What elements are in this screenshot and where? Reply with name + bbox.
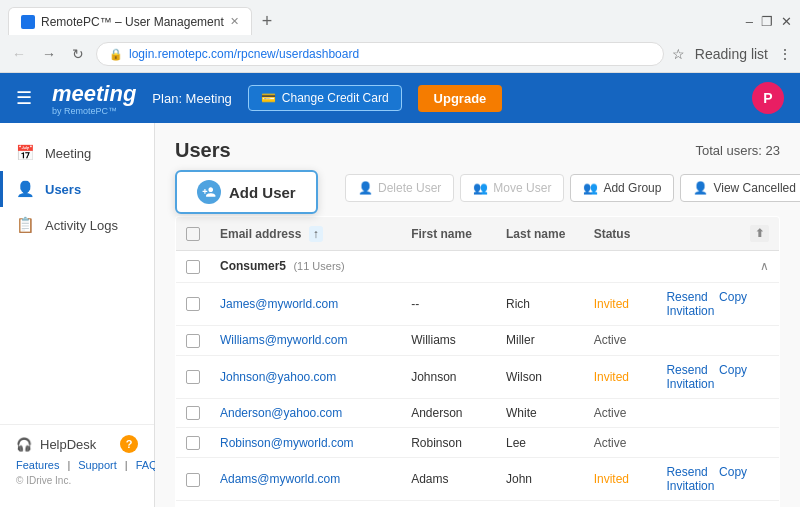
logo-meeting: meeting	[52, 81, 136, 106]
sidebar-users-label: Users	[45, 182, 81, 197]
helpdesk-question[interactable]: ?	[120, 435, 138, 453]
row-check	[176, 282, 211, 325]
resend-link[interactable]: Resend	[666, 465, 707, 479]
group-name-cell: Consumer5 (11 Users)	[210, 251, 656, 283]
tab-close-btn[interactable]: ✕	[230, 15, 239, 28]
forward-btn[interactable]: →	[38, 44, 60, 64]
hamburger-menu[interactable]: ☰	[16, 87, 32, 109]
row-check	[176, 501, 211, 507]
users-table: Email address ↑ First name Last name Sta…	[175, 216, 780, 507]
row-checkbox[interactable]	[186, 436, 200, 450]
lock-icon: 🔒	[109, 48, 123, 61]
star-btn[interactable]: ☆	[672, 46, 685, 62]
resend-link[interactable]: Resend	[666, 363, 707, 377]
upgrade-button[interactable]: Upgrade	[418, 85, 503, 112]
row-first: Johnson	[401, 355, 496, 398]
credit-card-btn[interactable]: 💳 Change Credit Card	[248, 85, 402, 111]
restore-btn[interactable]: ❐	[761, 14, 773, 29]
add-group-icon: 👥	[583, 181, 598, 195]
resend-link[interactable]: Resend	[666, 290, 707, 304]
col-header-last: Last name	[496, 217, 584, 251]
avatar[interactable]: P	[752, 82, 784, 114]
move-user-btn[interactable]: 👥 Move User	[460, 174, 564, 202]
row-first: Alex	[401, 501, 496, 507]
col-header-status: Status	[584, 217, 657, 251]
sort-icon[interactable]: ↑	[309, 226, 323, 242]
main-content: Users Total users: 23 Add User 👤 Delete …	[155, 123, 800, 507]
status-badge: Active	[594, 333, 627, 347]
tab-controls: – ❐ ✕	[746, 14, 792, 29]
sidebar-item-users[interactable]: 👤 Users	[0, 171, 154, 207]
row-checkbox[interactable]	[186, 406, 200, 420]
group-checkbox[interactable]	[186, 260, 200, 274]
support-link[interactable]: Support	[78, 459, 117, 471]
browser-actions: ☆ Reading list ⋮	[672, 46, 792, 62]
table-header-row: Email address ↑ First name Last name Sta…	[176, 217, 780, 251]
reading-list-btn[interactable]: Reading list	[695, 46, 768, 62]
row-first: Adams	[401, 458, 496, 501]
url-text: login.remotepc.com/rpcnew/userdashboard	[129, 47, 359, 61]
table-row: Johnson@yahoo.com Johnson Wilson Invited…	[176, 355, 780, 398]
row-check	[176, 325, 211, 355]
browser-chrome: RemotePC™ – User Management ✕ + – ❐ ✕ ← …	[0, 0, 800, 73]
reload-btn[interactable]: ↻	[68, 44, 88, 64]
row-status: Active	[584, 501, 657, 507]
url-bar[interactable]: 🔒 login.remotepc.com/rpcnew/userdashboar…	[96, 42, 664, 66]
view-cancelled-btn[interactable]: 👤 View Cancelled Users	[680, 174, 800, 202]
add-group-btn[interactable]: 👥 Add Group	[570, 174, 674, 202]
add-user-label: Add User	[229, 184, 296, 201]
credit-card-icon: 💳	[261, 91, 276, 105]
sidebar-bottom: 🎧 HelpDesk ? Features | Support | FAQs ©…	[0, 424, 154, 496]
features-link[interactable]: Features	[16, 459, 59, 471]
col-header-email[interactable]: Email address ↑	[210, 217, 401, 251]
move-user-icon: 👥	[473, 181, 488, 195]
delete-user-btn[interactable]: 👤 Delete User	[345, 174, 454, 202]
active-tab[interactable]: RemotePC™ – User Management ✕	[8, 7, 252, 35]
row-checkbox[interactable]	[186, 370, 200, 384]
logo: meeting by RemotePC™	[52, 81, 136, 116]
col-header-actions: ⬆	[656, 217, 779, 251]
row-last: White	[496, 398, 584, 428]
row-checkbox[interactable]	[186, 297, 200, 311]
back-btn[interactable]: ←	[8, 44, 30, 64]
app-header: ☰ meeting by RemotePC™ Plan: Meeting 💳 C…	[0, 73, 800, 123]
table-row: Alexander@myworld.com Alex Jack Active	[176, 501, 780, 507]
close-btn[interactable]: ✕	[781, 14, 792, 29]
row-status: Invited	[584, 355, 657, 398]
row-first: --	[401, 282, 496, 325]
page-title: Users	[175, 139, 231, 162]
row-email: Johnson@yahoo.com	[210, 355, 401, 398]
row-checkbox[interactable]	[186, 473, 200, 487]
new-tab-btn[interactable]: +	[256, 9, 279, 34]
row-last: Miller	[496, 325, 584, 355]
add-user-popup[interactable]: Add User	[175, 170, 318, 214]
row-email: James@myworld.com	[210, 282, 401, 325]
table-row: Williams@myworld.com Williams Miller Act…	[176, 325, 780, 355]
row-check	[176, 398, 211, 428]
sidebar-item-meeting[interactable]: 📅 Meeting	[0, 135, 154, 171]
row-checkbox[interactable]	[186, 334, 200, 348]
header-plan: Plan: Meeting	[152, 91, 232, 106]
minimize-btn[interactable]: –	[746, 14, 753, 29]
row-actions: Resend Copy Invitation	[656, 355, 779, 398]
status-col-label: Status	[594, 227, 631, 241]
status-badge: Invited	[594, 472, 629, 486]
tab-title: RemotePC™ – User Management	[41, 15, 224, 29]
archive-icon[interactable]: ⬆	[750, 225, 769, 242]
table-row: Adams@myworld.com Adams John Invited Res…	[176, 458, 780, 501]
credit-card-label: Change Credit Card	[282, 91, 389, 105]
group-collapse[interactable]: ∧	[656, 251, 779, 283]
activity-icon: 📋	[16, 216, 35, 234]
col-header-check	[176, 217, 211, 251]
row-status: Active	[584, 428, 657, 458]
select-all-checkbox[interactable]	[186, 227, 200, 241]
helpdesk-row: 🎧 HelpDesk ?	[16, 435, 138, 453]
sidebar-item-activity-logs[interactable]: 📋 Activity Logs	[0, 207, 154, 243]
plan-label: Plan: Meeting	[152, 91, 232, 106]
row-actions	[656, 398, 779, 428]
col-header-first: First name	[401, 217, 496, 251]
add-user-icon	[197, 180, 221, 204]
more-btn[interactable]: ⋮	[778, 46, 792, 62]
row-first: Williams	[401, 325, 496, 355]
row-status: Invited	[584, 282, 657, 325]
